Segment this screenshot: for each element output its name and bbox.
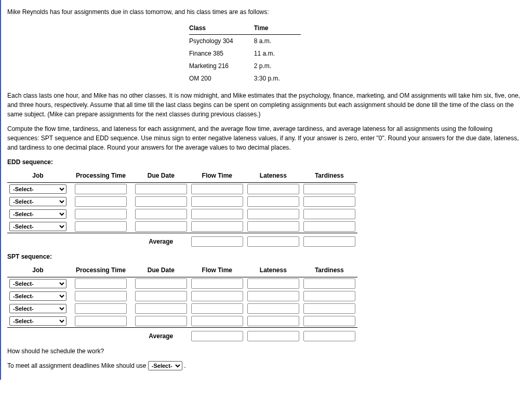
spt-tardiness-1[interactable] bbox=[303, 278, 355, 289]
edd-sequence-label: EDD sequence: bbox=[7, 157, 526, 167]
edd-table: Job Processing Time Due Date Flow Time L… bbox=[7, 169, 357, 248]
class-cell: Psychology 304 bbox=[189, 35, 254, 48]
edd-tardiness-4[interactable] bbox=[303, 221, 355, 232]
spt-processing-4[interactable] bbox=[75, 316, 127, 326]
spt-average-label: Average bbox=[133, 328, 189, 343]
spt-tardiness-2[interactable] bbox=[303, 291, 355, 301]
edd-lateness-4[interactable] bbox=[247, 221, 299, 232]
class-times-table: Class Time Psychology 3048 a.m. Finance … bbox=[189, 22, 301, 85]
spt-flow-2[interactable] bbox=[191, 291, 243, 301]
spt-sequence-label: SPT sequence: bbox=[7, 252, 526, 261]
spt-lateness-3[interactable] bbox=[247, 303, 299, 314]
spt-job-select-1[interactable]: -Select- bbox=[9, 279, 66, 288]
spt-tardiness-3[interactable] bbox=[303, 303, 355, 314]
spt-tardiness-4[interactable] bbox=[303, 316, 355, 326]
edd-processing-4[interactable] bbox=[75, 221, 127, 232]
col-job: Job bbox=[7, 263, 69, 277]
spt-duedate-3[interactable] bbox=[135, 303, 187, 314]
edd-average-label: Average bbox=[133, 233, 189, 248]
spt-job-select-3[interactable]: -Select- bbox=[9, 304, 66, 313]
time-header: Time bbox=[254, 22, 301, 35]
final-suffix: . bbox=[184, 362, 185, 369]
edd-job-select-2[interactable]: -Select- bbox=[9, 197, 66, 206]
edd-lateness-1[interactable] bbox=[247, 184, 299, 194]
class-cell: Marketing 216 bbox=[189, 60, 254, 72]
final-select[interactable]: -Select- bbox=[148, 361, 182, 370]
spt-job-select-2[interactable]: -Select- bbox=[9, 291, 66, 301]
edd-flow-3[interactable] bbox=[191, 209, 243, 219]
class-cell: OM 200 bbox=[189, 72, 254, 85]
spt-flow-4[interactable] bbox=[191, 316, 243, 326]
class-cell: Finance 385 bbox=[189, 47, 254, 60]
edd-avg-flow[interactable] bbox=[191, 236, 243, 247]
spt-avg-flow[interactable] bbox=[191, 331, 243, 341]
edd-avg-lateness[interactable] bbox=[247, 236, 299, 247]
spt-duedate-4[interactable] bbox=[135, 316, 187, 326]
col-lateness: Lateness bbox=[245, 263, 301, 277]
edd-tardiness-2[interactable] bbox=[303, 196, 355, 207]
spt-processing-1[interactable] bbox=[75, 278, 127, 289]
spt-job-select-4[interactable]: -Select- bbox=[9, 316, 66, 326]
edd-processing-3[interactable] bbox=[75, 209, 127, 219]
edd-processing-2[interactable] bbox=[75, 196, 127, 207]
spt-avg-lateness[interactable] bbox=[247, 331, 299, 341]
class-header: Class bbox=[189, 22, 254, 35]
edd-lateness-3[interactable] bbox=[247, 209, 299, 219]
col-processing-time: Processing Time bbox=[69, 263, 133, 277]
col-lateness: Lateness bbox=[245, 169, 301, 183]
final-question: How should he schedule the work? bbox=[7, 346, 526, 356]
spt-duedate-1[interactable] bbox=[135, 278, 187, 289]
edd-avg-tardiness[interactable] bbox=[303, 236, 355, 247]
edd-job-select-1[interactable]: -Select- bbox=[9, 184, 66, 194]
col-due-date: Due Date bbox=[133, 263, 189, 277]
spt-processing-3[interactable] bbox=[75, 303, 127, 314]
spt-duedate-2[interactable] bbox=[135, 291, 187, 301]
edd-tardiness-1[interactable] bbox=[303, 184, 355, 194]
col-flow-time: Flow Time bbox=[189, 263, 245, 277]
col-processing-time: Processing Time bbox=[69, 169, 133, 183]
edd-duedate-3[interactable] bbox=[135, 209, 187, 219]
edd-job-select-3[interactable]: -Select- bbox=[9, 209, 66, 219]
edd-flow-2[interactable] bbox=[191, 196, 243, 207]
col-flow-time: Flow Time bbox=[189, 169, 245, 183]
edd-flow-4[interactable] bbox=[191, 221, 243, 232]
paragraph-2: Each class lasts one hour, and Mike has … bbox=[7, 91, 526, 119]
spt-lateness-4[interactable] bbox=[247, 316, 299, 326]
edd-duedate-1[interactable] bbox=[135, 184, 187, 194]
edd-flow-1[interactable] bbox=[191, 184, 243, 194]
spt-lateness-2[interactable] bbox=[247, 291, 299, 301]
spt-avg-tardiness[interactable] bbox=[303, 331, 355, 341]
col-due-date: Due Date bbox=[133, 169, 189, 183]
spt-table: Job Processing Time Due Date Flow Time L… bbox=[7, 263, 357, 342]
edd-tardiness-3[interactable] bbox=[303, 209, 355, 219]
final-answer-line: To meet all assignment deadlines Mike sh… bbox=[7, 361, 526, 370]
col-tardiness: Tardiness bbox=[301, 169, 357, 183]
edd-duedate-4[interactable] bbox=[135, 221, 187, 232]
spt-processing-2[interactable] bbox=[75, 291, 127, 301]
spt-lateness-1[interactable] bbox=[247, 278, 299, 289]
final-prefix: To meet all assignment deadlines Mike sh… bbox=[7, 362, 148, 369]
col-job: Job bbox=[7, 169, 69, 183]
intro-text: Mike Reynolds has four assignments due i… bbox=[7, 7, 526, 17]
edd-lateness-2[interactable] bbox=[247, 196, 299, 207]
time-cell: 2 p.m. bbox=[254, 60, 301, 72]
spt-flow-1[interactable] bbox=[191, 278, 243, 289]
time-cell: 11 a.m. bbox=[254, 47, 301, 60]
edd-duedate-2[interactable] bbox=[135, 196, 187, 207]
spt-flow-3[interactable] bbox=[191, 303, 243, 314]
edd-processing-1[interactable] bbox=[75, 184, 127, 194]
time-cell: 3:30 p.m. bbox=[254, 72, 301, 85]
time-cell: 8 a.m. bbox=[254, 35, 301, 48]
col-tardiness: Tardiness bbox=[301, 263, 357, 277]
paragraph-3: Compute the flow time, tardiness, and la… bbox=[7, 124, 526, 152]
edd-job-select-4[interactable]: -Select- bbox=[9, 222, 66, 231]
